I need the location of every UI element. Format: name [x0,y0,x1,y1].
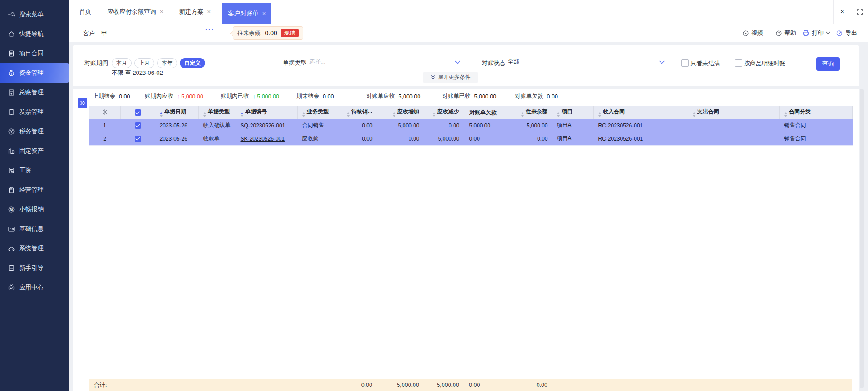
sort-icon[interactable] [347,112,350,117]
sort-icon[interactable] [598,112,601,117]
select-all-header[interactable] [121,106,155,119]
header-contract-category[interactable]: 合同分类 [780,106,853,119]
search-button[interactable]: 查询 [816,57,840,71]
sidebar-item-fixed-assets[interactable]: 固定资产 [0,141,69,161]
tab-balance-query[interactable]: 应收应付余额查询 × [101,0,169,24]
header-pending-writeoff[interactable]: 待核销... [336,106,377,119]
sidebar-item-system[interactable]: 系统管理 [0,239,69,258]
header-receivable-decrease[interactable]: 应收减少 [424,106,464,119]
row-select-cell[interactable] [121,119,155,132]
row-checkbox[interactable] [135,122,141,129]
sidebar-item-reimburse[interactable]: G 小畅报销 [0,200,69,219]
sidebar-item-label: 新手引导 [19,264,44,272]
sidebar-item-ledger[interactable]: 总账管理 [0,83,69,102]
close-icon[interactable]: × [833,0,851,24]
table-row[interactable]: 1 2023-05-26 收入确认单 SQ-20230526-001 合同销售 … [89,119,853,132]
period-custom[interactable]: 自定义 [180,58,205,68]
sidebar-item-funds[interactable]: 资金管理 [0,63,69,83]
only-unsettled-label[interactable]: 只看未结清 [690,59,720,68]
tab-new-plan[interactable]: 新建方案 × [173,0,217,24]
header-running-balance[interactable]: 往来余额 [515,106,552,119]
sort-icon[interactable] [693,112,695,117]
select-all-checkbox[interactable] [135,109,141,116]
sidebar-item-quick-nav[interactable]: 快捷导航 [0,24,69,44]
video-button[interactable]: 视频 [742,29,763,37]
only-unsettled-checkbox[interactable] [681,59,689,67]
more-icon[interactable]: ··· [205,26,215,34]
totals-cell [198,379,236,391]
column-settings-button[interactable] [89,106,121,119]
sidebar-item-app-center[interactable]: 应用中心 [0,278,69,297]
customer-value[interactable]: 甲 [101,29,107,38]
tab-customer-statement[interactable]: 客户对账单 × [222,3,271,24]
statement-panel: 上期结余 0.00 账期内应收 ↑ 5,000.00 账期内已收 ↓ 5,000… [73,89,859,391]
header-doc-type[interactable]: 单据类型 [199,106,236,119]
header-income-contract[interactable]: 收入合同 [594,106,688,119]
sort-icon[interactable] [557,112,560,117]
statement-table: 单据日期 单据类型 单据编号 业务类型 待核销... 应收增加 应收减少 对账单… [89,106,853,146]
by-product-label[interactable]: 按商品明细对账 [744,59,785,68]
sidebar-item-label: 工资 [19,166,31,175]
print-icon [802,29,809,37]
expand-panel-button[interactable] [78,98,87,108]
row-checkbox[interactable] [135,136,141,142]
sidebar-item-label: 资金管理 [19,69,44,77]
status-select[interactable]: 全部 [508,58,666,69]
sidebar-item-base-info[interactable]: 基础信息 [0,219,69,239]
header-receivable-increase[interactable]: 应收增加 [377,106,424,119]
sidebar-item-salary[interactable]: 工资 [0,161,69,180]
cell-doc-date: 2023-05-26 [155,119,199,132]
sort-icon[interactable] [241,112,243,117]
tab-close-icon[interactable]: × [207,8,211,15]
tab-close-icon[interactable]: × [160,8,163,15]
sidebar-item-invoice[interactable]: 发票管理 [0,102,69,122]
sidebar: 搜索菜单 快捷导航 项目合同 资金管理 总账管理 发票管理 税务管理 固定资产 [0,0,69,391]
fullscreen-icon[interactable] [851,0,868,24]
print-button[interactable]: 打印 [802,29,830,37]
tab-close-icon[interactable]: × [262,10,266,17]
header-doc-date[interactable]: 单据日期 [155,106,199,119]
period-range[interactable]: 不限 至 2023-06-02 [112,69,163,77]
tab-home[interactable]: 首页 [73,0,97,24]
sidebar-item-tax[interactable]: 税务管理 [0,122,69,141]
period-last-month[interactable]: 上月 [134,58,154,68]
doc-type-select[interactable]: 选择... [309,58,462,69]
row-select-cell[interactable] [121,132,155,145]
doc-no-link[interactable]: SK-20230526-001 [241,136,285,142]
header-project[interactable]: 项目 [552,106,594,119]
customer-field[interactable] [100,39,220,39]
expand-more-button[interactable]: 展开更多条件 [423,72,478,83]
sidebar-item-search-menu[interactable]: 搜索菜单 [0,5,69,24]
sort-icon[interactable] [433,112,435,117]
chevron-down-icon [659,60,665,64]
by-product-checkbox[interactable] [735,59,742,67]
stat-label: 期末结余 [296,93,319,100]
sidebar-item-operations[interactable]: 经营管理 [0,180,69,200]
tab-label: 新建方案 [179,8,204,16]
header-doc-no[interactable]: 单据编号 [236,106,298,119]
sort-icon[interactable] [302,112,305,117]
sidebar-item-project-contract[interactable]: 项目合同 [0,44,69,63]
sort-icon[interactable] [784,112,787,117]
video-label: 视频 [751,29,763,37]
sidebar-item-guide[interactable]: 新手引导 [0,258,69,278]
cell-receivable-decrease: 5,000.00 [424,132,464,145]
stat-period-received: 账期内已收 ↓ 5,000.00 [221,93,279,100]
table-row[interactable]: 2 2023-05-26 收款单 SK-20230526-001 应收款 0.0… [89,132,853,145]
sort-icon[interactable] [521,112,524,117]
totals-row: 合计: 0.00 5,000.00 5,000.00 0.00 0.00 [89,379,852,391]
period-this-month[interactable]: 本月 [112,58,132,68]
vertical-scrollbar[interactable] [860,89,864,388]
export-button[interactable]: 导出 [836,29,857,37]
header-expense-contract[interactable]: 支出合同 [688,106,780,119]
sort-icon[interactable] [393,112,395,117]
help-button[interactable]: 帮助 [775,29,796,37]
header-biz-type[interactable]: 业务类型 [298,106,336,119]
header-statement-owed[interactable]: 对账单欠款 [464,106,515,119]
doc-no-link[interactable]: SQ-20230526-001 [241,122,286,129]
invoice-icon [8,108,15,116]
sort-icon[interactable] [203,112,206,117]
stat-opening-balance: 上期结余 0.00 [93,93,130,100]
sort-icon[interactable] [160,112,163,117]
period-this-year[interactable]: 本年 [157,58,177,68]
